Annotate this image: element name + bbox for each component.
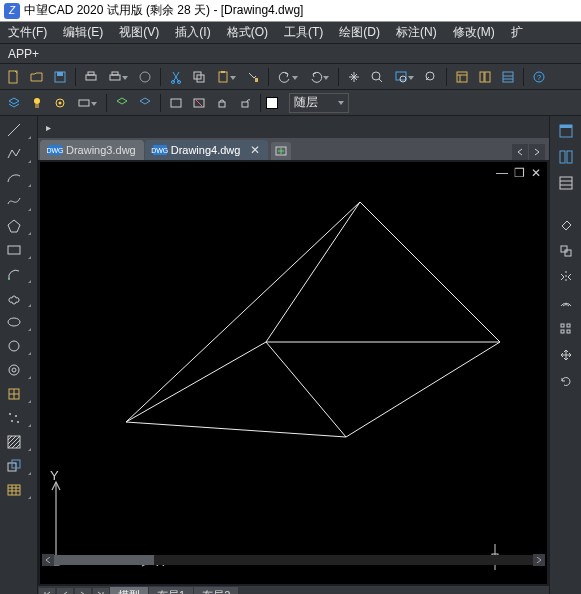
properties-button[interactable] — [452, 67, 472, 87]
svg-rect-22 — [503, 72, 513, 82]
hatch-tool[interactable] — [4, 432, 32, 452]
tab-scroll-right-button[interactable] — [529, 144, 545, 160]
plot-button[interactable] — [135, 67, 155, 87]
circle-tool[interactable] — [4, 336, 32, 356]
scroll-left-icon[interactable] — [42, 554, 54, 566]
color-swatch[interactable] — [266, 97, 278, 109]
paste-button[interactable] — [212, 67, 240, 87]
menu-format[interactable]: 格式(O) — [219, 22, 276, 43]
svg-rect-61 — [560, 177, 572, 189]
rotate-button[interactable] — [555, 370, 577, 392]
layer-on-button[interactable] — [27, 93, 47, 113]
svg-rect-62 — [561, 246, 567, 252]
layer-manager-button[interactable] — [4, 93, 24, 113]
work-area: ▸ DWG Drawing3.dwg DWG Drawing4.dwg ✕ — — [0, 116, 581, 594]
scroll-thumb[interactable] — [54, 555, 154, 565]
separator — [106, 94, 107, 112]
palette-2-button[interactable] — [555, 146, 577, 168]
scroll-right-icon[interactable] — [533, 554, 545, 566]
svg-rect-5 — [110, 75, 120, 80]
array-button[interactable] — [555, 318, 577, 340]
cut-button[interactable] — [166, 67, 186, 87]
donut-tool[interactable] — [4, 360, 32, 380]
copy-obj-button[interactable] — [555, 240, 577, 262]
menu-insert[interactable]: 插入(I) — [167, 22, 218, 43]
separator — [268, 68, 269, 86]
draw-toolbar — [0, 116, 38, 594]
layer-off-b-button[interactable] — [189, 93, 209, 113]
expand-chevron-icon[interactable]: ▸ — [42, 121, 54, 133]
point-tool[interactable] — [4, 408, 32, 428]
open-button[interactable] — [27, 67, 47, 87]
menu-dimension[interactable]: 标注(N) — [388, 22, 445, 43]
palette-3-button[interactable] — [555, 172, 577, 194]
tab-label: Drawing4.dwg — [171, 144, 241, 156]
close-tab-icon[interactable]: ✕ — [250, 143, 260, 157]
zoom-window-button[interactable] — [390, 67, 418, 87]
new-tab-button[interactable] — [271, 142, 291, 160]
tool-palettes-button[interactable] — [498, 67, 518, 87]
spline-tool[interactable] — [4, 192, 32, 212]
doc-tab-active[interactable]: DWG Drawing4.dwg ✕ — [145, 140, 269, 160]
arc3p-tool[interactable] — [4, 264, 32, 284]
layer-freeze-button[interactable] — [50, 93, 70, 113]
layer-unlock-button[interactable] — [235, 93, 255, 113]
save-button[interactable] — [50, 67, 70, 87]
canvas-area: ▸ DWG Drawing3.dwg DWG Drawing4.dwg ✕ — — [38, 116, 549, 594]
menu-view[interactable]: 视图(V) — [111, 22, 167, 43]
revcloud-tool[interactable] — [4, 288, 32, 308]
svg-rect-60 — [567, 151, 572, 163]
redo-button[interactable] — [305, 67, 333, 87]
scroll-track[interactable] — [54, 555, 533, 565]
move-button[interactable] — [555, 344, 577, 366]
zoom-realtime-button[interactable] — [367, 67, 387, 87]
menu-ext[interactable]: 扩 — [503, 22, 531, 43]
menu-draw[interactable]: 绘图(D) — [331, 22, 388, 43]
matchprop-button[interactable] — [243, 67, 263, 87]
line-tool[interactable] — [4, 120, 32, 140]
menu-file[interactable]: 文件(F) — [0, 22, 55, 43]
svg-marker-34 — [8, 220, 20, 232]
offset-button[interactable] — [555, 292, 577, 314]
menu-tools[interactable]: 工具(T) — [276, 22, 331, 43]
print-button[interactable] — [81, 67, 101, 87]
help-button[interactable]: ? — [529, 67, 549, 87]
svg-rect-63 — [565, 250, 571, 256]
ellipse-tool[interactable] — [4, 312, 32, 332]
print-preview-button[interactable] — [104, 67, 132, 87]
appplus-button[interactable]: APP+ — [0, 47, 47, 61]
region-tool[interactable] — [4, 456, 32, 476]
layer-iso-button[interactable] — [166, 93, 186, 113]
layer-prev-button[interactable] — [112, 93, 132, 113]
palette-1-button[interactable] — [555, 120, 577, 142]
layer-state-button[interactable] — [135, 93, 155, 113]
mirror-button[interactable] — [555, 266, 577, 288]
menu-modify[interactable]: 修改(M) — [445, 22, 503, 43]
copy-button[interactable] — [189, 67, 209, 87]
svg-text:?: ? — [537, 73, 542, 82]
pan-button[interactable] — [344, 67, 364, 87]
h-scrollbar[interactable] — [42, 554, 545, 566]
table-tool[interactable] — [4, 480, 32, 500]
arc-tool[interactable] — [4, 168, 32, 188]
tab-scroll-left-button[interactable] — [512, 144, 528, 160]
new-button[interactable] — [4, 67, 24, 87]
design-center-button[interactable] — [475, 67, 495, 87]
layer-dropdown-button[interactable] — [73, 93, 101, 113]
block-tool[interactable] — [4, 384, 32, 404]
polygon-tool[interactable] — [4, 216, 32, 236]
svg-point-44 — [11, 420, 13, 422]
undo-button[interactable] — [274, 67, 302, 87]
doc-tab-strip-header: ▸ — [38, 116, 549, 138]
rectangle-tool[interactable] — [4, 240, 32, 260]
window-title: 中望CAD 2020 试用版 (剩余 28 天) - [Drawing4.dwg… — [24, 2, 303, 19]
svg-point-17 — [400, 76, 406, 82]
layer-color-combo[interactable]: 随层 — [289, 93, 349, 113]
menu-edit[interactable]: 编辑(E) — [55, 22, 111, 43]
layer-lock-button[interactable] — [212, 93, 232, 113]
drawing-canvas[interactable]: — ❐ ✕ Y X — [40, 162, 547, 584]
zoom-prev-button[interactable] — [421, 67, 441, 87]
polyline-tool[interactable] — [4, 144, 32, 164]
doc-tab-inactive[interactable]: DWG Drawing3.dwg — [40, 140, 144, 160]
erase-button[interactable] — [555, 214, 577, 236]
